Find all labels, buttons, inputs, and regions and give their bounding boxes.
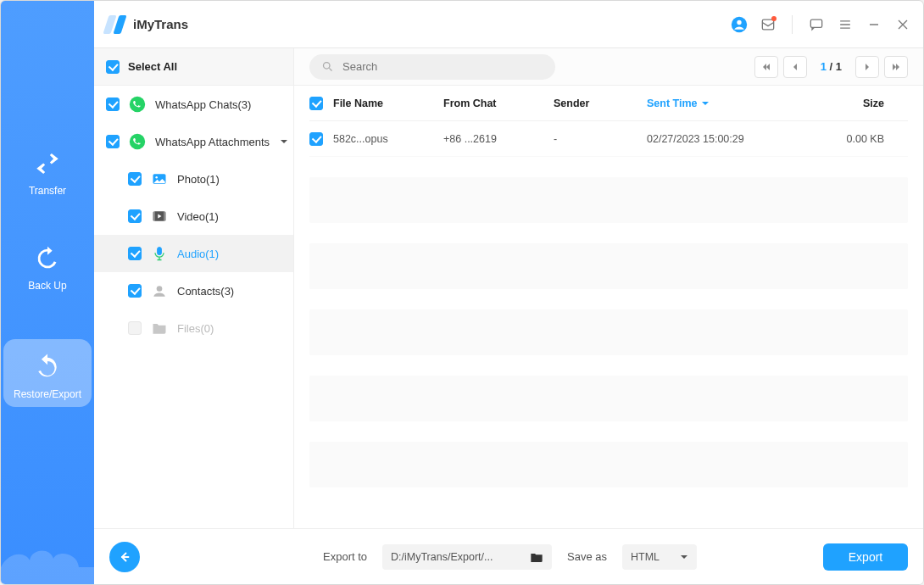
table-header: File Name From Chat Sender Sent Time Siz… bbox=[309, 86, 908, 121]
tree-item-photo[interactable]: Photo(1) bbox=[94, 160, 293, 198]
tree-item-audio[interactable]: Audio(1) bbox=[94, 235, 293, 272]
svg-point-13 bbox=[324, 63, 331, 70]
browse-folder-icon[interactable] bbox=[530, 551, 543, 563]
checkbox[interactable] bbox=[128, 247, 142, 260]
select-all-checkbox[interactable] bbox=[106, 60, 120, 74]
checkbox[interactable] bbox=[106, 135, 120, 148]
header-checkbox[interactable] bbox=[309, 97, 323, 110]
microphone-icon bbox=[150, 244, 169, 263]
toolbar: 1 / 1 bbox=[294, 48, 923, 86]
search-input[interactable] bbox=[341, 59, 543, 74]
tree-item-files[interactable]: Files(0) bbox=[94, 309, 293, 347]
tree-label: Video(1) bbox=[177, 210, 219, 223]
col-size[interactable]: Size bbox=[799, 98, 884, 109]
save-as-label: Save as bbox=[567, 550, 607, 563]
svg-point-5 bbox=[130, 134, 145, 149]
cell-sender: - bbox=[554, 133, 647, 145]
checkbox[interactable] bbox=[128, 284, 142, 298]
notification-dot bbox=[771, 16, 776, 21]
tree-item-video[interactable]: Video(1) bbox=[94, 198, 293, 235]
app-window: Transfer Back Up Restore/Export iMyTrans bbox=[0, 0, 924, 585]
dropdown-caret-icon bbox=[680, 553, 688, 561]
empty-stripe bbox=[309, 442, 908, 488]
search-box[interactable] bbox=[309, 54, 555, 80]
backup-icon bbox=[33, 244, 62, 273]
tree-label: WhatsApp Chats(3) bbox=[155, 98, 251, 111]
checkbox[interactable] bbox=[128, 209, 142, 223]
tree-item-chats[interactable]: WhatsApp Chats(3) bbox=[94, 86, 293, 123]
rail-backup[interactable]: Back Up bbox=[28, 244, 66, 292]
image-icon bbox=[150, 170, 169, 188]
svg-point-7 bbox=[155, 176, 158, 179]
export-button[interactable]: Export bbox=[823, 543, 908, 571]
col-sender[interactable]: Sender bbox=[554, 98, 647, 109]
menu-icon[interactable] bbox=[835, 14, 855, 35]
title-bar: iMyTrans bbox=[94, 1, 923, 48]
tree-label: Files(0) bbox=[177, 322, 214, 335]
checkbox[interactable] bbox=[128, 172, 142, 186]
page-current: 1 bbox=[821, 60, 827, 73]
transfer-icon bbox=[33, 149, 62, 178]
footer-bar: Export to D:/iMyTrans/Export/... Save as… bbox=[94, 528, 923, 584]
search-icon bbox=[321, 60, 334, 73]
cell-duration: 00:00:02 bbox=[884, 133, 923, 145]
col-file-name[interactable]: File Name bbox=[333, 98, 443, 109]
close-icon[interactable] bbox=[893, 14, 913, 35]
tree-item-contacts[interactable]: Contacts(3) bbox=[94, 272, 293, 309]
col-sent-time[interactable]: Sent Time bbox=[647, 98, 799, 109]
page-last-button[interactable] bbox=[884, 56, 908, 78]
select-all-row[interactable]: Select All bbox=[94, 48, 293, 86]
rail-transfer[interactable]: Transfer bbox=[29, 149, 66, 197]
account-icon[interactable] bbox=[729, 14, 749, 35]
col-from-chat[interactable]: From Chat bbox=[443, 98, 554, 109]
export-to-label: Export to bbox=[323, 550, 367, 563]
tree-label: Contacts(3) bbox=[177, 285, 234, 298]
checkbox[interactable] bbox=[106, 98, 120, 111]
svg-point-12 bbox=[157, 286, 163, 292]
rail-cloud-decoration bbox=[1, 525, 94, 584]
select-all-label: Select All bbox=[128, 60, 177, 73]
body: Select All WhatsApp Chats(3) WhatsApp At… bbox=[94, 48, 923, 528]
page-prev-button[interactable] bbox=[783, 56, 807, 78]
restore-icon bbox=[33, 353, 62, 382]
rail-restore-label: Restore/Export bbox=[14, 388, 81, 400]
chevron-down-icon[interactable] bbox=[278, 136, 290, 148]
table-row[interactable]: 582c...opus +86 ...2619 - 02/27/2023 15:… bbox=[309, 121, 908, 157]
app-title: iMyTrans bbox=[133, 17, 188, 31]
tree-label: Audio(1) bbox=[177, 248, 219, 260]
svg-rect-3 bbox=[810, 20, 821, 27]
whatsapp-icon bbox=[128, 95, 147, 114]
empty-stripe bbox=[309, 177, 908, 223]
svg-rect-9 bbox=[153, 211, 156, 221]
content-panel: 1 / 1 File Name From Chat Sender Sent Ti… bbox=[294, 48, 923, 528]
cell-file-name: 582c...opus bbox=[333, 133, 443, 145]
checkbox[interactable] bbox=[128, 321, 142, 335]
contact-icon bbox=[150, 281, 169, 300]
format-select[interactable]: HTML bbox=[622, 544, 697, 570]
whatsapp-icon bbox=[128, 132, 147, 151]
back-button[interactable] bbox=[109, 542, 140, 572]
rail-restore-export[interactable]: Restore/Export bbox=[3, 339, 92, 407]
page-indicator: 1 / 1 bbox=[812, 60, 850, 73]
minimize-icon[interactable] bbox=[864, 14, 884, 35]
titlebar-separator bbox=[792, 15, 793, 34]
cell-sent-time: 02/27/2023 15:00:29 bbox=[647, 133, 799, 145]
feedback-icon[interactable] bbox=[806, 14, 827, 35]
row-checkbox[interactable] bbox=[309, 132, 323, 146]
export-path-text: D:/iMyTrans/Export/... bbox=[391, 551, 523, 563]
cell-from-chat: +86 ...2619 bbox=[443, 133, 554, 145]
pager: 1 / 1 bbox=[754, 56, 908, 78]
tree-item-attachments[interactable]: WhatsApp Attachments bbox=[94, 123, 293, 160]
page-first-button[interactable] bbox=[754, 56, 778, 78]
svg-rect-10 bbox=[164, 211, 166, 221]
video-icon bbox=[150, 207, 169, 226]
page-next-button[interactable] bbox=[855, 56, 879, 78]
empty-stripe bbox=[309, 243, 908, 289]
tree-label: WhatsApp Attachments bbox=[155, 136, 270, 148]
inbox-icon[interactable] bbox=[758, 14, 778, 35]
logo-icon bbox=[104, 15, 128, 34]
sort-desc-icon bbox=[701, 99, 710, 108]
export-path-field[interactable]: D:/iMyTrans/Export/... bbox=[382, 544, 552, 570]
col-duration[interactable]: Duration bbox=[884, 98, 923, 109]
left-rail: Transfer Back Up Restore/Export bbox=[1, 1, 94, 584]
